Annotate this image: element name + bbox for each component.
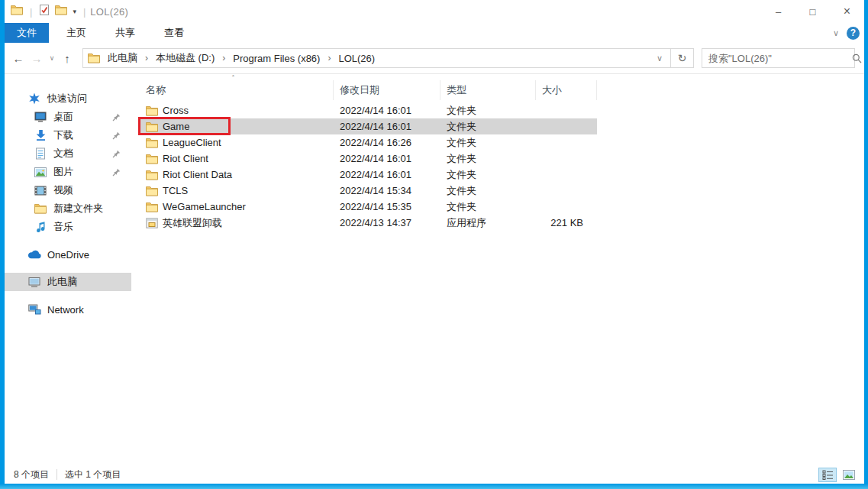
navigation-pane: 快速访问桌面下载文档图片视频新建文件夹音乐OneDrive此电脑Network [5, 74, 131, 465]
file-name: Cross [163, 105, 189, 116]
file-row[interactable]: Riot Client Data2022/4/14 16:01文件夹 [140, 167, 864, 183]
sidebar-item-label: 快速访问 [47, 92, 87, 105]
file-row[interactable]: TCLS2022/4/14 15:34文件夹 [140, 183, 864, 199]
folder-icon [146, 202, 158, 212]
file-name: WeGameLauncher [163, 201, 246, 212]
video-icon [34, 186, 47, 196]
music-icon [34, 221, 47, 233]
file-type: 文件夹 [440, 152, 536, 166]
window-border-left [0, 0, 5, 489]
sidebar-item[interactable]: OneDrive [5, 245, 131, 264]
sidebar-item[interactable]: Network [5, 300, 131, 319]
properties-check-icon[interactable] [39, 4, 50, 19]
up-button[interactable]: ↑ [58, 48, 76, 68]
item-count-label: 8 个项目 [14, 468, 49, 481]
back-button[interactable]: ← [9, 48, 27, 68]
file-name: 英雄联盟卸载 [163, 216, 222, 230]
close-button[interactable]: × [830, 0, 864, 23]
breadcrumb-separator-icon[interactable]: › [140, 53, 153, 63]
qat-separator: | [82, 6, 87, 18]
sidebar-item[interactable]: 桌面 [5, 108, 131, 126]
file-row[interactable]: Riot Client2022/4/14 16:01文件夹 [140, 151, 864, 167]
file-type: 文件夹 [440, 136, 536, 150]
address-folder-icon [83, 53, 105, 63]
address-dropdown-icon[interactable]: ∨ [649, 53, 670, 63]
file-date: 2022/4/14 16:01 [334, 153, 440, 164]
ribbon-tab-1[interactable]: 主页 [55, 23, 98, 43]
window-title: LOL(26) [90, 6, 128, 18]
titlebar: | ▾ | LOL(26) – □ × [5, 0, 864, 23]
help-icon[interactable]: ? [847, 27, 860, 40]
file-list: Cross2022/4/14 16:01文件夹Game2022/4/14 16:… [140, 102, 864, 231]
document-icon [34, 147, 47, 160]
ribbon-tab-0[interactable]: 文件 [5, 23, 49, 43]
app-folder-icon [11, 5, 23, 18]
file-row[interactable]: LeagueClient2022/4/14 16:26文件夹 [140, 134, 864, 151]
address-bar[interactable]: 此电脑›本地磁盘 (D:)›Program Files (x86)›LOL(26… [82, 48, 671, 68]
search-input[interactable] [702, 53, 846, 64]
breadcrumb-item[interactable]: LOL(26) [335, 53, 378, 64]
sidebar-item[interactable]: 快速访问 [5, 89, 131, 108]
network-icon [27, 304, 41, 315]
file-row[interactable]: Game2022/4/14 16:01文件夹 [140, 118, 597, 134]
new-folder-qat-icon[interactable] [55, 5, 67, 18]
file-list-pane: ˆ 名称修改日期类型大小 Cross2022/4/14 16:01文件夹Game… [131, 74, 864, 465]
selected-count-label: 选中 1 个项目 [65, 468, 121, 481]
maximize-button[interactable]: □ [795, 0, 830, 23]
file-date: 2022/4/14 16:01 [334, 105, 440, 116]
sidebar-item[interactable]: 音乐 [5, 218, 131, 236]
sidebar-item[interactable]: 文档 [5, 144, 131, 163]
history-caret-icon[interactable]: ∨ [46, 48, 58, 68]
file-row[interactable]: WeGameLauncher2022/4/14 15:35文件夹 [140, 199, 864, 215]
breadcrumb-item[interactable]: 此电脑 [105, 51, 140, 65]
sidebar-item-label: Network [47, 304, 84, 316]
onedrive-cloud-icon [27, 250, 41, 259]
ribbon-tab-3[interactable]: 查看 [153, 23, 195, 43]
sidebar-item[interactable]: 图片 [5, 163, 131, 181]
file-type: 文件夹 [440, 168, 536, 182]
file-size: 221 KB [536, 217, 597, 228]
sidebar-item-label: OneDrive [47, 249, 89, 261]
qat-separator: | [28, 6, 34, 18]
column-header-2[interactable]: 类型 [440, 80, 536, 100]
download-icon [34, 129, 47, 141]
column-header-3[interactable]: 大小 [536, 80, 597, 100]
file-type: 应用程序 [440, 216, 536, 230]
forward-button[interactable]: → [27, 48, 46, 68]
folder-icon [146, 170, 158, 180]
sidebar-item-label: 新建文件夹 [53, 202, 103, 215]
status-bar: 8 个项目 选中 1 个项目 [5, 465, 864, 484]
file-type: 文件夹 [440, 200, 536, 214]
folder-icon [146, 105, 158, 116]
file-row[interactable]: Cross2022/4/14 16:01文件夹 [140, 102, 864, 118]
file-row[interactable]: 英雄联盟卸载2022/4/13 14:37应用程序221 KB [140, 215, 864, 231]
breadcrumb-item[interactable]: 本地磁盘 (D:) [153, 51, 218, 65]
sidebar-item[interactable]: 新建文件夹 [5, 199, 131, 218]
minimize-button[interactable]: – [761, 0, 795, 23]
column-header-1[interactable]: 修改日期 [334, 80, 440, 100]
sidebar-item[interactable]: 下载 [5, 126, 131, 144]
thumbnails-view-button[interactable] [840, 468, 858, 482]
file-name: Riot Client [163, 153, 208, 164]
sidebar-item-label: 桌面 [53, 110, 73, 124]
ribbon-tab-2[interactable]: 共享 [104, 23, 147, 43]
pin-icon [112, 112, 121, 124]
breadcrumb-separator-icon[interactable]: › [218, 53, 230, 63]
navigation-bar: ← → ∨ ↑ 此电脑›本地磁盘 (D:)›Program Files (x86… [5, 43, 864, 74]
ribbon-tab-bar: 文件主页共享查看 ∨ ? [5, 23, 864, 43]
details-view-button[interactable] [818, 468, 837, 482]
breadcrumb-item[interactable]: Program Files (x86) [230, 53, 323, 64]
refresh-button[interactable]: ↻ [671, 48, 694, 68]
breadcrumb-separator-icon[interactable]: › [323, 53, 335, 63]
column-header-0[interactable]: 名称 [140, 80, 334, 100]
qat-customize-caret-icon[interactable]: ▾ [73, 8, 76, 15]
sidebar-item-label: 文档 [53, 147, 73, 160]
sidebar-item-label: 此电脑 [47, 275, 77, 289]
file-type: 文件夹 [440, 104, 536, 118]
sidebar-item[interactable]: 此电脑 [5, 273, 131, 291]
sidebar-item[interactable]: 视频 [5, 181, 131, 199]
file-date: 2022/4/14 16:26 [334, 137, 440, 148]
ribbon-expand-chevron-icon[interactable]: ∨ [833, 28, 839, 38]
pin-icon [112, 149, 121, 160]
file-name: LeagueClient [163, 137, 221, 148]
